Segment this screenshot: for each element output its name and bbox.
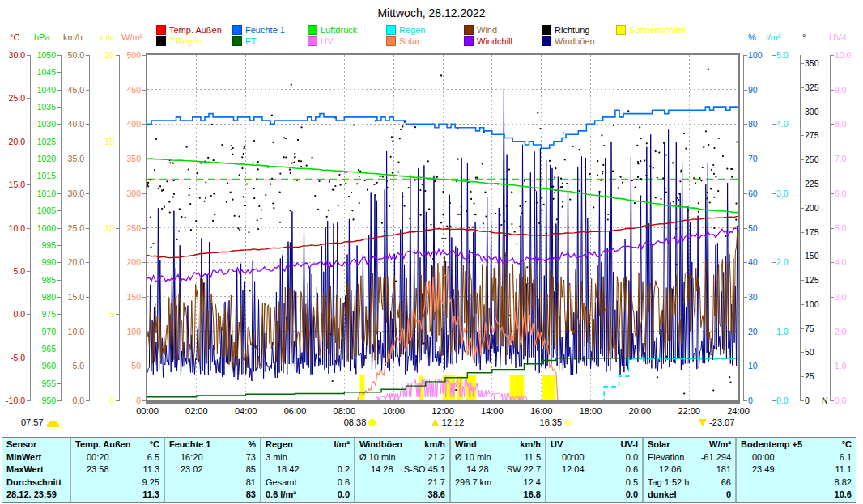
wind-direction-dot (364, 180, 366, 181)
wind-direction-dot (627, 110, 629, 112)
cell-value: 16.8 (524, 489, 541, 502)
axis-tick (57, 349, 61, 349)
axis-tick-label: 175 (805, 228, 832, 237)
axis-unit-%: % (748, 32, 756, 42)
wind-direction-dot (579, 190, 580, 192)
axis-tick-label: 0.0 (57, 396, 84, 405)
wind-direction-dot (477, 177, 478, 179)
axis-tick-label: 150 (805, 252, 832, 260)
table-data-row: Elevation-61.294 (648, 451, 731, 464)
wind-direction-dot (257, 219, 258, 221)
wind-direction-dot (705, 130, 707, 132)
wind-direction-dot (542, 210, 543, 211)
wind-direction-dot (213, 159, 215, 161)
axis-tick-label: 1020 (28, 155, 56, 163)
wind-direction-dot (338, 174, 340, 176)
legend-item-et: ET (232, 36, 257, 46)
axis-tick-label: 6.0 (835, 189, 862, 198)
wind-direction-dot (539, 128, 541, 129)
wind-direction-dot (441, 238, 443, 239)
cell-value: 181 (716, 464, 731, 476)
table-header-row: Bodentemp +5°C (741, 438, 852, 451)
wind-direction-dot (519, 205, 521, 207)
wind-direction-dot (708, 69, 709, 70)
axis-tick (831, 90, 834, 91)
table-data-row: 8.82 (741, 476, 852, 489)
legend-label: Feuchte 1 (245, 25, 285, 35)
axis-tick-label: 2.0 (835, 328, 862, 337)
wind-direction-dot (306, 165, 308, 167)
wind-direction-dot (572, 146, 574, 147)
wind-direction-dot (713, 197, 715, 198)
table-column: Windböenkm/hØ 10 min.21.214:28S-SO 45.12… (354, 438, 449, 502)
wind-direction-dot (442, 191, 444, 193)
wind-direction-dot (708, 144, 709, 146)
axis-unit-hPa: hPa (34, 32, 50, 42)
wind-direction-dot (176, 239, 178, 240)
wind-direction-dot (563, 132, 564, 133)
wind-direction-dot (161, 208, 163, 210)
wind-direction-dot (312, 157, 313, 159)
table-header-row: Sensor (6, 438, 66, 451)
axis-tick (57, 210, 61, 211)
wind-direction-dot (657, 177, 658, 179)
axis-tick-label: 300 (805, 108, 832, 116)
wind-direction-dot (367, 189, 368, 191)
wind-direction-dot (210, 195, 212, 197)
cell-label: 14:28 (359, 464, 393, 476)
axis-tick-label: 1050 (28, 51, 56, 60)
cell-value: 83 (246, 489, 256, 502)
wind-direction-dot (151, 246, 152, 248)
legend-swatch-icon (386, 36, 396, 46)
wind-direction-dot (414, 126, 416, 128)
wind-direction-dot (620, 176, 622, 178)
wind-direction-dot (482, 163, 483, 165)
wind-direction-dot (230, 192, 232, 193)
table-data-row: 16.8 (455, 489, 541, 502)
wind-direction-dot (221, 144, 223, 146)
wind-direction-dot (334, 185, 336, 187)
cell-label: 0.6 l/m² (266, 489, 296, 502)
axis-tick-label: 250 (805, 155, 832, 164)
axis-unit-UVI: UV-I (829, 32, 846, 42)
axis-tick (744, 124, 747, 125)
wind-direction-dot (683, 392, 685, 394)
axis-tick-label: 300 (113, 189, 141, 198)
wind-direction-dot (612, 171, 614, 172)
legend-swatch-icon (464, 25, 474, 35)
wind-direction-dot (562, 206, 563, 208)
axis-tick (772, 262, 776, 263)
sunshine-bar (360, 375, 365, 400)
wind-direction-dot (526, 266, 528, 268)
table-column: Bodentemp +5°C00:006.123:4911.18.8210.6 (735, 438, 856, 502)
row-label: 28.12. 23:59 (6, 489, 57, 502)
wind-direction-dot (695, 182, 696, 184)
cell-value: 0.6 (626, 464, 638, 476)
x-axis-tick-label: 24:00 (721, 406, 756, 416)
wind-direction-dot (152, 243, 154, 244)
axis-tick-label: 225 (805, 180, 832, 188)
axis-tick-label: 25.0 (0, 94, 25, 103)
wind-direction-dot (332, 380, 334, 382)
axis-tick (801, 232, 804, 233)
axis-tick-label: 1035 (28, 103, 56, 112)
wind-direction-dot (428, 208, 430, 210)
table-data-row: 23:5811.3 (75, 464, 159, 476)
wind-direction-dot (554, 192, 555, 193)
axis-tick (831, 159, 834, 159)
axis-tick-label: 15.0 (57, 293, 84, 302)
axis-tick (744, 193, 747, 194)
cell-label: 12:04 (551, 464, 585, 476)
marker-time-label: 12:12 (442, 417, 465, 427)
legend-item-wind: Wind (464, 25, 497, 35)
table-data-row: 0.5 (551, 476, 638, 489)
table-header-row: Temp. Außen°C (75, 438, 159, 451)
wind-direction-dot (549, 160, 551, 162)
axis-tick (86, 332, 89, 332)
axis-tick (57, 280, 61, 281)
axis-tick (86, 90, 89, 91)
x-axis-tick-label: 20:00 (622, 406, 657, 416)
column-header-label: Wind (455, 438, 477, 451)
axis-tick-label: 7.0 (835, 155, 862, 163)
wind-direction-dot (600, 180, 602, 181)
